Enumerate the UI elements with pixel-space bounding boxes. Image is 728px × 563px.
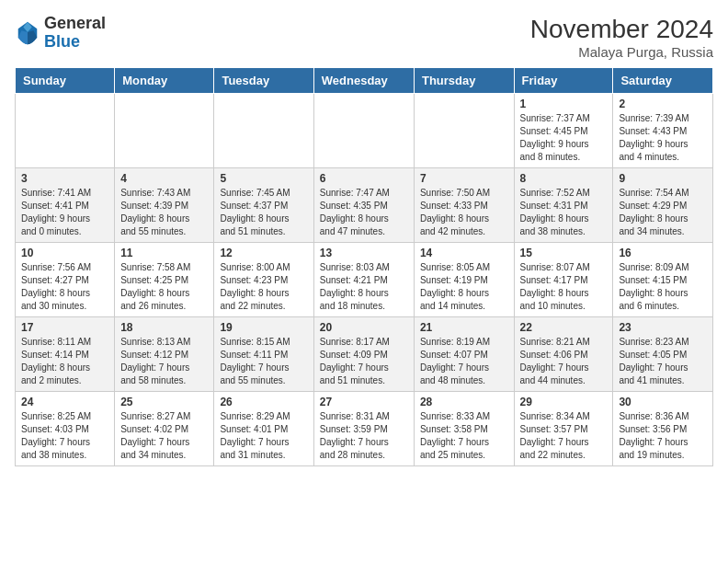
calendar-week-row: 17Sunrise: 8:11 AM Sunset: 4:14 PM Dayli… <box>16 317 713 392</box>
day-number: 21 <box>420 321 508 334</box>
day-of-week-header: Sunday <box>16 68 115 94</box>
day-info: Sunrise: 8:33 AM Sunset: 3:58 PM Dayligh… <box>420 410 508 462</box>
day-info: Sunrise: 8:19 AM Sunset: 4:07 PM Dayligh… <box>420 336 508 387</box>
calendar-day-cell: 23Sunrise: 8:23 AM Sunset: 4:05 PM Dayli… <box>613 317 713 392</box>
day-number: 4 <box>120 172 208 185</box>
day-info: Sunrise: 8:36 AM Sunset: 3:56 PM Dayligh… <box>619 410 707 462</box>
calendar-day-cell: 20Sunrise: 8:17 AM Sunset: 4:09 PM Dayli… <box>313 317 414 392</box>
day-number: 18 <box>120 321 208 334</box>
day-number: 3 <box>21 172 108 185</box>
day-of-week-header: Thursday <box>414 68 514 94</box>
day-info: Sunrise: 8:11 AM Sunset: 4:14 PM Dayligh… <box>21 336 108 387</box>
day-info: Sunrise: 7:47 AM Sunset: 4:35 PM Dayligh… <box>320 187 408 238</box>
day-number: 27 <box>320 396 408 408</box>
day-info: Sunrise: 8:31 AM Sunset: 3:59 PM Dayligh… <box>320 410 408 462</box>
day-number: 12 <box>220 247 307 259</box>
day-info: Sunrise: 8:00 AM Sunset: 4:23 PM Dayligh… <box>220 261 307 313</box>
day-info: Sunrise: 8:05 AM Sunset: 4:19 PM Dayligh… <box>420 261 508 313</box>
day-info: Sunrise: 7:52 AM Sunset: 4:31 PM Dayligh… <box>520 187 608 238</box>
day-info: Sunrise: 7:50 AM Sunset: 4:33 PM Dayligh… <box>420 187 508 238</box>
day-info: Sunrise: 8:17 AM Sunset: 4:09 PM Dayligh… <box>320 336 408 387</box>
day-info: Sunrise: 8:13 AM Sunset: 4:12 PM Dayligh… <box>120 336 208 387</box>
calendar-day-cell: 25Sunrise: 8:27 AM Sunset: 4:02 PM Dayli… <box>115 392 214 466</box>
day-number: 20 <box>320 321 408 334</box>
logo: General Blue <box>15 15 106 52</box>
calendar-day-cell: 28Sunrise: 8:33 AM Sunset: 3:58 PM Dayli… <box>414 392 514 466</box>
calendar: SundayMondayTuesdayWednesdayThursdayFrid… <box>15 67 713 466</box>
calendar-day-cell: 11Sunrise: 7:58 AM Sunset: 4:25 PM Dayli… <box>115 243 214 317</box>
day-info: Sunrise: 8:27 AM Sunset: 4:02 PM Dayligh… <box>120 410 208 462</box>
month-title: November 2024 <box>530 15 713 44</box>
day-number: 19 <box>220 321 307 334</box>
logo-icon <box>15 20 40 46</box>
calendar-day-cell: 15Sunrise: 8:07 AM Sunset: 4:17 PM Dayli… <box>514 243 613 317</box>
calendar-day-cell <box>414 94 514 168</box>
calendar-day-cell: 24Sunrise: 8:25 AM Sunset: 4:03 PM Dayli… <box>16 392 115 466</box>
calendar-week-row: 24Sunrise: 8:25 AM Sunset: 4:03 PM Dayli… <box>16 392 713 466</box>
calendar-day-cell: 17Sunrise: 8:11 AM Sunset: 4:14 PM Dayli… <box>16 317 115 392</box>
day-number: 26 <box>220 396 307 408</box>
calendar-week-row: 3Sunrise: 7:41 AM Sunset: 4:41 PM Daylig… <box>16 168 713 243</box>
day-info: Sunrise: 8:09 AM Sunset: 4:15 PM Dayligh… <box>619 261 707 313</box>
day-number: 25 <box>120 396 208 408</box>
calendar-day-cell: 4Sunrise: 7:43 AM Sunset: 4:39 PM Daylig… <box>115 168 214 243</box>
day-info: Sunrise: 7:58 AM Sunset: 4:25 PM Dayligh… <box>120 261 208 313</box>
calendar-day-cell: 12Sunrise: 8:00 AM Sunset: 4:23 PM Dayli… <box>214 243 313 317</box>
day-info: Sunrise: 8:03 AM Sunset: 4:21 PM Dayligh… <box>320 261 408 313</box>
day-number: 23 <box>619 321 707 334</box>
calendar-day-cell: 26Sunrise: 8:29 AM Sunset: 4:01 PM Dayli… <box>214 392 313 466</box>
day-number: 8 <box>520 172 608 185</box>
day-info: Sunrise: 8:07 AM Sunset: 4:17 PM Dayligh… <box>520 261 608 313</box>
day-of-week-header: Friday <box>514 68 613 94</box>
day-of-week-header: Wednesday <box>313 68 414 94</box>
calendar-day-cell: 30Sunrise: 8:36 AM Sunset: 3:56 PM Dayli… <box>613 392 713 466</box>
day-of-week-header: Monday <box>115 68 214 94</box>
day-info: Sunrise: 8:34 AM Sunset: 3:57 PM Dayligh… <box>520 410 608 462</box>
page-header: General Blue November 2024 Malaya Purga,… <box>15 15 713 60</box>
calendar-day-cell: 2Sunrise: 7:39 AM Sunset: 4:43 PM Daylig… <box>613 94 713 168</box>
day-number: 5 <box>220 172 307 185</box>
day-info: Sunrise: 8:15 AM Sunset: 4:11 PM Dayligh… <box>220 336 307 387</box>
day-of-week-header: Tuesday <box>214 68 313 94</box>
day-info: Sunrise: 7:41 AM Sunset: 4:41 PM Dayligh… <box>21 187 108 238</box>
day-number: 28 <box>420 396 508 408</box>
day-number: 29 <box>520 396 608 408</box>
day-number: 2 <box>619 98 707 110</box>
calendar-day-cell: 1Sunrise: 7:37 AM Sunset: 4:45 PM Daylig… <box>514 94 613 168</box>
day-number: 17 <box>21 321 108 334</box>
day-info: Sunrise: 8:21 AM Sunset: 4:06 PM Dayligh… <box>520 336 608 387</box>
day-info: Sunrise: 7:56 AM Sunset: 4:27 PM Dayligh… <box>21 261 108 313</box>
day-number: 16 <box>619 247 707 259</box>
day-info: Sunrise: 7:45 AM Sunset: 4:37 PM Dayligh… <box>220 187 307 238</box>
day-number: 22 <box>520 321 608 334</box>
day-number: 24 <box>21 396 108 408</box>
calendar-day-cell: 16Sunrise: 8:09 AM Sunset: 4:15 PM Dayli… <box>613 243 713 317</box>
calendar-day-cell: 9Sunrise: 7:54 AM Sunset: 4:29 PM Daylig… <box>613 168 713 243</box>
calendar-day-cell: 8Sunrise: 7:52 AM Sunset: 4:31 PM Daylig… <box>514 168 613 243</box>
logo-text: General Blue <box>44 15 106 52</box>
day-number: 30 <box>619 396 707 408</box>
day-info: Sunrise: 7:37 AM Sunset: 4:45 PM Dayligh… <box>520 112 608 164</box>
calendar-day-cell <box>115 94 214 168</box>
day-number: 15 <box>520 247 608 259</box>
calendar-day-cell: 10Sunrise: 7:56 AM Sunset: 4:27 PM Dayli… <box>16 243 115 317</box>
calendar-week-row: 10Sunrise: 7:56 AM Sunset: 4:27 PM Dayli… <box>16 243 713 317</box>
day-number: 6 <box>320 172 408 185</box>
calendar-day-cell <box>16 94 115 168</box>
calendar-week-row: 1Sunrise: 7:37 AM Sunset: 4:45 PM Daylig… <box>16 94 713 168</box>
calendar-day-cell: 6Sunrise: 7:47 AM Sunset: 4:35 PM Daylig… <box>313 168 414 243</box>
day-number: 7 <box>420 172 508 185</box>
calendar-day-cell <box>214 94 313 168</box>
title-block: November 2024 Malaya Purga, Russia <box>530 15 713 60</box>
calendar-day-cell <box>313 94 414 168</box>
calendar-day-cell: 19Sunrise: 8:15 AM Sunset: 4:11 PM Dayli… <box>214 317 313 392</box>
calendar-day-cell: 29Sunrise: 8:34 AM Sunset: 3:57 PM Dayli… <box>514 392 613 466</box>
calendar-day-cell: 14Sunrise: 8:05 AM Sunset: 4:19 PM Dayli… <box>414 243 514 317</box>
day-info: Sunrise: 7:39 AM Sunset: 4:43 PM Dayligh… <box>619 112 707 164</box>
day-number: 9 <box>619 172 707 185</box>
day-info: Sunrise: 7:43 AM Sunset: 4:39 PM Dayligh… <box>120 187 208 238</box>
calendar-header-row: SundayMondayTuesdayWednesdayThursdayFrid… <box>16 68 713 94</box>
calendar-day-cell: 21Sunrise: 8:19 AM Sunset: 4:07 PM Dayli… <box>414 317 514 392</box>
day-number: 13 <box>320 247 408 259</box>
day-number: 11 <box>120 247 208 259</box>
